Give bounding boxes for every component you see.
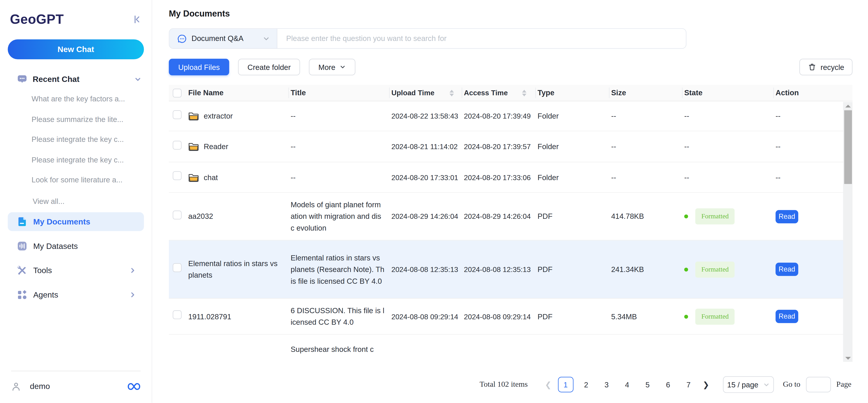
- page-number-2[interactable]: 2: [579, 377, 594, 392]
- status-dot: [684, 214, 688, 218]
- select-all-checkbox[interactable]: [173, 88, 182, 97]
- sidebar-item-agents[interactable]: Agents: [8, 285, 144, 304]
- table-row[interactable]: Elemental ratios in stars vs planets Ele…: [169, 240, 852, 299]
- table-row[interactable]: Supershear shock front c: [169, 335, 852, 362]
- status-badge: Formatted: [695, 208, 735, 225]
- recent-chat-item[interactable]: Please integrate the key c...: [8, 134, 144, 145]
- more-label: More: [318, 63, 335, 71]
- prev-page-arrow[interactable]: ❮︎: [541, 377, 555, 392]
- sort-icons[interactable]: [522, 90, 526, 96]
- read-button[interactable]: Read: [776, 210, 798, 223]
- file-title: Models of giant planet formation with mi…: [288, 199, 389, 234]
- file-name: Elemental ratios in stars vs planets: [188, 258, 283, 281]
- table-row[interactable]: extractor -- 2024-08-22 13:58:43 2024-08…: [169, 102, 852, 131]
- recent-chat-label: Recent Chat: [33, 75, 79, 84]
- access-time: 2024-08-08 09:29:14: [462, 311, 535, 322]
- recycle-button[interactable]: recycle: [800, 59, 852, 75]
- collapse-sidebar-icon[interactable]: [132, 15, 142, 24]
- table-row[interactable]: 1911.028791 6 DISCUSSION. This file is l…: [169, 299, 852, 335]
- file-title: --: [288, 172, 389, 183]
- user-profile[interactable]: demo: [8, 379, 144, 394]
- file-title: --: [288, 141, 389, 152]
- column-upload-time[interactable]: Upload Time: [389, 85, 462, 101]
- scrollbar-thumb[interactable]: [844, 110, 851, 184]
- sidebar: GeoGPT New Chat Recent Chat What are the…: [0, 0, 152, 403]
- page-number-1[interactable]: 1: [558, 377, 574, 392]
- file-title: Elemental ratios in stars vs planets (Re…: [288, 252, 389, 287]
- status-badge: Formatted: [695, 261, 735, 278]
- search-mode-select[interactable]: Document Q&A: [169, 29, 277, 48]
- file-type: PDF: [535, 311, 609, 322]
- recent-chat-item[interactable]: Please integrate the key c...: [8, 154, 144, 165]
- row-checkbox[interactable]: [173, 171, 182, 180]
- column-label: Access Time: [464, 87, 508, 98]
- row-checkbox[interactable]: [173, 141, 182, 149]
- page-number-3[interactable]: 3: [599, 377, 614, 392]
- create-folder-button[interactable]: Create folder: [238, 59, 300, 75]
- goto-label: Go to: [783, 380, 800, 389]
- file-size: --: [609, 141, 682, 152]
- file-title: Supershear shock front c: [288, 335, 389, 355]
- recent-chat-item[interactable]: Look for some literature a...: [8, 174, 144, 185]
- chevron-down-icon[interactable]: [134, 75, 142, 83]
- brand-logo-icon: [127, 382, 141, 391]
- trash-icon: [808, 63, 817, 71]
- column-type: Type: [535, 85, 609, 101]
- table-header: File Name Title Upload Time Access Time …: [169, 85, 852, 102]
- chat-bubble-icon: [17, 74, 28, 85]
- recent-chat-item[interactable]: What are the key factors a...: [8, 94, 144, 105]
- upload-files-button[interactable]: Upload Files: [169, 59, 229, 75]
- sidebar-nav: My Documents My Datasets Tools: [8, 212, 144, 310]
- file-type: PDF: [535, 263, 609, 275]
- page-number-7[interactable]: 7: [681, 377, 696, 392]
- goto-page-input[interactable]: [806, 377, 831, 392]
- sidebar-item-my-documents[interactable]: My Documents: [8, 212, 144, 231]
- read-button[interactable]: Read: [776, 310, 798, 323]
- scroll-down-arrow-icon[interactable]: [843, 354, 852, 362]
- row-action: --: [773, 172, 841, 183]
- sort-icons[interactable]: [450, 90, 454, 96]
- table-row[interactable]: chat -- 2024-08-20 17:33:01 2024-08-20 1…: [169, 163, 852, 193]
- more-button[interactable]: More: [309, 59, 355, 75]
- document-icon: [17, 216, 28, 227]
- upload-time: 2024-08-21 11:14:02: [389, 141, 462, 152]
- page-number-5[interactable]: 5: [640, 377, 655, 392]
- chevron-down-icon: [262, 35, 270, 42]
- sidebar-item-tools[interactable]: Tools: [8, 261, 144, 280]
- row-checkbox[interactable]: [173, 210, 182, 219]
- table-scrollbar[interactable]: [843, 102, 852, 362]
- column-state: State: [682, 85, 773, 101]
- row-checkbox[interactable]: [173, 110, 182, 119]
- recent-chat-header[interactable]: Recent Chat: [8, 73, 144, 86]
- column-file-name: File Name: [186, 85, 288, 101]
- sidebar-item-label: Agents: [33, 290, 58, 299]
- page-number-4[interactable]: 4: [619, 377, 635, 392]
- page-number-6[interactable]: 6: [660, 377, 676, 392]
- recent-chat-item[interactable]: Please summarize the lite...: [8, 114, 144, 125]
- read-button[interactable]: Read: [776, 263, 798, 276]
- row-checkbox[interactable]: [173, 310, 182, 319]
- file-size: --: [609, 172, 682, 183]
- sidebar-item-my-datasets[interactable]: My Datasets: [8, 236, 144, 255]
- new-chat-button[interactable]: New Chat: [8, 39, 144, 59]
- table-row[interactable]: Reader -- 2024-08-21 11:14:02 2024-08-20…: [169, 131, 852, 162]
- upload-time: 2024-08-22 13:58:43: [389, 110, 462, 122]
- folder-icon: [188, 142, 199, 151]
- search-input[interactable]: [277, 29, 686, 48]
- next-page-arrow[interactable]: ❯︎: [699, 377, 713, 392]
- table-row[interactable]: aa2032 Models of giant planet formation …: [169, 193, 852, 240]
- row-action: --: [773, 110, 841, 122]
- page-size-select[interactable]: 15 / page: [723, 376, 774, 393]
- access-time: 2024-08-20 17:39:49: [462, 110, 535, 122]
- sidebar-divider: [11, 371, 141, 371]
- row-checkbox[interactable]: [173, 263, 182, 272]
- toolbar: Upload Files Create folder More recycle: [169, 59, 852, 75]
- view-all-link[interactable]: View all...: [8, 197, 144, 205]
- scroll-up-arrow-icon[interactable]: [843, 102, 852, 110]
- tools-icon: [17, 264, 28, 276]
- file-size: 5.34MB: [609, 311, 682, 322]
- app-window: GeoGPT New Chat Recent Chat What are the…: [0, 0, 868, 403]
- search-bar: Document Q&A: [169, 28, 686, 49]
- column-access-time[interactable]: Access Time: [462, 85, 535, 101]
- page-label: Page: [836, 380, 851, 389]
